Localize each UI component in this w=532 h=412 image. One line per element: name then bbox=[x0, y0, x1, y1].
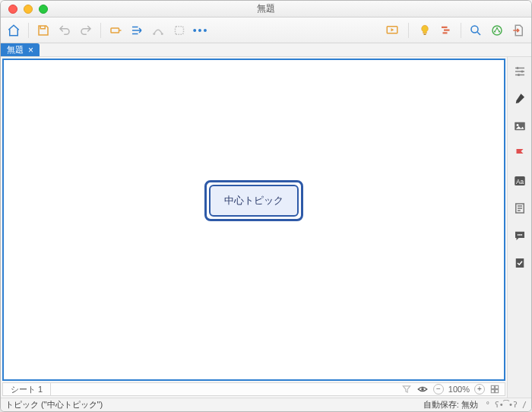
redo-icon bbox=[79, 24, 93, 37]
svg-rect-6 bbox=[444, 29, 450, 30]
image-icon bbox=[513, 119, 527, 133]
filter-icon[interactable] bbox=[401, 384, 412, 395]
more-icon: ••• bbox=[193, 24, 209, 36]
statusbar: トピック ("中心トピック") 自動保存: 無効 ° ʕ•͡•ʔ / bbox=[1, 398, 531, 411]
home-button[interactable] bbox=[5, 22, 22, 39]
svg-point-28 bbox=[521, 234, 522, 236]
svg-rect-14 bbox=[491, 385, 494, 388]
svg-point-18 bbox=[516, 67, 518, 69]
search-icon bbox=[469, 24, 483, 37]
sheet-bar: シート 1 − 100% + bbox=[2, 382, 505, 396]
gantt-button[interactable] bbox=[438, 22, 454, 39]
tab-strip: 無題 × bbox=[1, 43, 531, 57]
boundary-button[interactable] bbox=[171, 22, 188, 39]
svg-point-8 bbox=[471, 26, 478, 33]
relationship-button[interactable] bbox=[150, 22, 166, 39]
topic-icon bbox=[109, 24, 122, 37]
svg-point-26 bbox=[517, 234, 518, 236]
svg-rect-5 bbox=[442, 26, 448, 27]
boundary-icon bbox=[173, 24, 186, 37]
font-icon: Aa bbox=[513, 174, 527, 188]
save-button[interactable] bbox=[35, 22, 52, 39]
svg-point-9 bbox=[492, 26, 502, 35]
traffic-lights bbox=[1, 5, 48, 14]
idea-button[interactable] bbox=[416, 22, 433, 39]
undo-icon bbox=[58, 24, 71, 37]
zoom-value: 100% bbox=[448, 385, 470, 394]
zoom-out-button[interactable]: − bbox=[433, 384, 444, 395]
sheet-label: シート 1 bbox=[11, 384, 43, 395]
central-topic-node[interactable]: 中心トピック bbox=[204, 180, 303, 221]
status-autosave: 自動保存: 無効 bbox=[423, 399, 478, 410]
insert-subtopic-button[interactable] bbox=[128, 22, 145, 39]
redo-button[interactable] bbox=[78, 22, 94, 39]
outline-panel-button[interactable] bbox=[511, 63, 528, 80]
format-panel-button[interactable] bbox=[511, 90, 528, 107]
window-title: 無題 bbox=[1, 2, 531, 15]
zoom-window-button[interactable] bbox=[39, 5, 48, 14]
central-topic-label: 中心トピック bbox=[209, 185, 299, 217]
tab-close-button[interactable]: × bbox=[28, 46, 33, 55]
share-button[interactable] bbox=[489, 22, 505, 39]
svg-rect-7 bbox=[443, 32, 448, 33]
svg-point-22 bbox=[516, 124, 518, 126]
sheet-tab[interactable]: シート 1 bbox=[3, 383, 51, 395]
lightbulb-icon bbox=[418, 24, 432, 37]
home-icon bbox=[7, 24, 21, 37]
notes-panel-button[interactable] bbox=[511, 200, 528, 217]
comments-panel-button[interactable] bbox=[511, 227, 528, 244]
flag-icon bbox=[513, 147, 527, 160]
svg-rect-17 bbox=[496, 390, 499, 393]
main-area: 中心トピック シート 1 − 100% + bbox=[1, 57, 531, 398]
toolbar-separator bbox=[461, 23, 461, 38]
sliders-icon bbox=[513, 65, 527, 78]
task-icon bbox=[513, 256, 527, 270]
toolbar-separator bbox=[100, 23, 101, 38]
svg-text:Aa: Aa bbox=[515, 179, 524, 185]
close-window-button[interactable] bbox=[8, 5, 17, 14]
zoom-in-button[interactable]: + bbox=[474, 384, 485, 395]
presentation-button[interactable] bbox=[384, 22, 401, 39]
svg-rect-4 bbox=[424, 33, 426, 35]
document-tab[interactable]: 無題 × bbox=[1, 43, 40, 56]
zoom-controls: − 100% + bbox=[401, 384, 505, 395]
eye-icon[interactable] bbox=[416, 384, 429, 395]
mindmap-canvas[interactable]: 中心トピック bbox=[2, 59, 505, 381]
relationship-icon bbox=[151, 24, 165, 37]
svg-point-19 bbox=[521, 71, 523, 73]
export-button[interactable] bbox=[510, 22, 527, 39]
notes-icon bbox=[513, 201, 527, 215]
svg-point-1 bbox=[153, 33, 155, 35]
overview-icon[interactable] bbox=[489, 384, 500, 395]
svg-point-20 bbox=[518, 74, 520, 76]
insert-topic-button[interactable] bbox=[107, 22, 124, 39]
toolbar-separator bbox=[408, 23, 409, 38]
subtopic-icon bbox=[130, 24, 144, 37]
svg-point-27 bbox=[519, 234, 521, 236]
tab-label: 無題 bbox=[7, 44, 24, 55]
export-icon bbox=[511, 24, 525, 37]
svg-rect-0 bbox=[111, 28, 119, 33]
svg-rect-15 bbox=[496, 385, 499, 388]
save-icon bbox=[36, 24, 50, 37]
right-sidebar: Aa bbox=[507, 57, 531, 398]
font-panel-button[interactable]: Aa bbox=[511, 173, 528, 189]
undo-button[interactable] bbox=[56, 22, 73, 39]
image-panel-button[interactable] bbox=[511, 118, 528, 135]
more-button[interactable]: ••• bbox=[192, 22, 209, 39]
comment-icon bbox=[513, 229, 527, 242]
presentation-icon bbox=[385, 24, 399, 37]
svg-rect-29 bbox=[515, 258, 524, 268]
search-button[interactable] bbox=[467, 22, 484, 39]
status-mascot: ° ʕ•͡•ʔ / bbox=[486, 401, 527, 409]
status-selection: トピック ("中心トピック") bbox=[5, 399, 103, 410]
task-panel-button[interactable] bbox=[511, 255, 528, 271]
toolbar: ••• bbox=[1, 17, 531, 43]
marker-panel-button[interactable] bbox=[511, 145, 528, 162]
brush-icon bbox=[513, 92, 527, 106]
svg-point-13 bbox=[421, 388, 424, 391]
minimize-window-button[interactable] bbox=[24, 5, 33, 14]
svg-point-2 bbox=[161, 33, 163, 35]
titlebar: 無題 bbox=[1, 1, 531, 17]
share-icon bbox=[490, 24, 504, 37]
